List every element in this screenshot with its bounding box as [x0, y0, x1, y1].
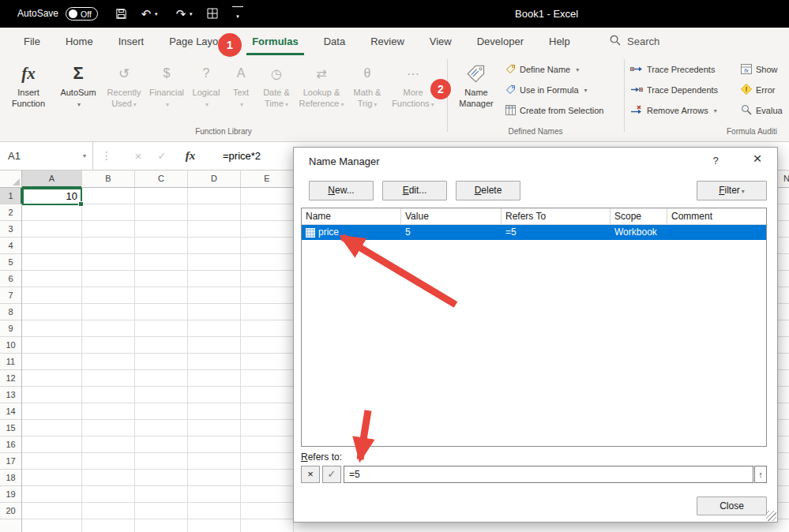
collapse-dialog-up-arrow-button[interactable]: ↑: [754, 466, 767, 483]
undo-chevron-icon[interactable]: ▾: [155, 11, 158, 17]
remove-arrows-button[interactable]: Remove Arrows▾: [630, 103, 717, 118]
row-header-10[interactable]: 10: [0, 337, 21, 354]
refers-to-input[interactable]: =5: [344, 466, 753, 483]
define-name-button[interactable]: Define Name▾: [505, 62, 579, 77]
borders-grid-icon[interactable]: [207, 8, 218, 22]
tab-review[interactable]: Review: [358, 28, 417, 55]
autosum-button[interactable]: Σ AutoSum ▾: [55, 60, 101, 129]
row-header-14[interactable]: 14: [0, 403, 21, 420]
col-header-scope[interactable]: Scope: [611, 208, 667, 224]
refers-cancel-button[interactable]: ×: [301, 466, 320, 483]
enter-check-icon[interactable]: ✓: [152, 142, 172, 170]
column-header-E[interactable]: E: [241, 170, 294, 187]
new-button[interactable]: New...: [309, 181, 374, 200]
tab-view[interactable]: View: [417, 28, 464, 55]
col-header-name[interactable]: Name: [302, 208, 401, 224]
redo-chevron-icon[interactable]: ▾: [190, 11, 193, 17]
tab-developer[interactable]: Developer: [464, 28, 536, 55]
close-button[interactable]: Close: [697, 496, 767, 515]
magnifier-icon: [741, 104, 752, 117]
row-header-16[interactable]: 16: [0, 436, 21, 453]
row-header-13[interactable]: 13: [0, 387, 21, 403]
undo-button[interactable]: ↶: [139, 0, 153, 28]
formula-bar-handle-icon[interactable]: ⋮: [96, 142, 117, 170]
tab-file[interactable]: File: [11, 28, 53, 55]
insert-function-button[interactable]: fx Insert Function: [6, 60, 51, 129]
trace-dependents-button[interactable]: Trace Dependents: [630, 82, 718, 98]
search-box[interactable]: Search: [610, 28, 659, 55]
row-header-2[interactable]: 2: [0, 204, 21, 221]
name-manager-button[interactable]: Name Manager: [453, 60, 499, 129]
use-in-formula-button[interactable]: Use in Formula▾: [505, 82, 588, 98]
qat-customize-button[interactable]: ▾: [232, 6, 243, 21]
redo-button[interactable]: ↷: [174, 0, 188, 28]
row-header-11[interactable]: 11: [0, 354, 21, 370]
row-header-15[interactable]: 15: [0, 420, 21, 436]
cancel-icon[interactable]: ×: [128, 142, 148, 170]
col-header-value[interactable]: Value: [401, 208, 502, 224]
insert-function-fx-icon[interactable]: fx: [180, 142, 201, 170]
dialog-resize-grip[interactable]: [766, 511, 776, 521]
text-button[interactable]: A Text ▾: [226, 60, 256, 129]
row-header-19[interactable]: 19: [0, 486, 21, 503]
name-row-price[interactable]: price 5 =5 Workbook: [302, 225, 766, 240]
financial-button[interactable]: $ Financial ▾: [147, 60, 186, 129]
search-icon: [610, 35, 621, 48]
math-trig-button[interactable]: θ Math & Trig▾: [348, 60, 387, 129]
cell-a1-selected[interactable]: 10: [22, 188, 82, 205]
row-header-1[interactable]: 1: [0, 188, 21, 204]
filter-button[interactable]: Filter▾: [697, 181, 767, 200]
remove-arrows-icon: [630, 105, 643, 117]
edit-button[interactable]: Edit...: [382, 181, 447, 200]
row-header-18[interactable]: 18: [0, 470, 21, 486]
column-header-B[interactable]: B: [82, 170, 135, 187]
column-header-N[interactable]: N: [778, 170, 789, 187]
row-header-17[interactable]: 17: [0, 453, 21, 470]
formula-input[interactable]: =price*2: [223, 142, 261, 170]
date-time-button[interactable]: ◷ Date & Time▾: [257, 60, 295, 129]
row-header-6[interactable]: 6: [0, 271, 21, 287]
col-header-comment[interactable]: Comment: [667, 208, 766, 224]
refers-enter-button[interactable]: ✓: [322, 466, 341, 483]
defined-names-group-label: Defined Names: [447, 127, 624, 136]
row-header-8[interactable]: 8: [0, 304, 21, 320]
more-functions-button[interactable]: ⋯ More Functions▾: [389, 60, 438, 129]
tab-home[interactable]: Home: [53, 28, 106, 55]
tab-formulas[interactable]: Formulas: [239, 28, 311, 55]
trace-precedents-button[interactable]: Trace Precedents: [630, 62, 715, 77]
chevron-down-icon: ▾: [714, 107, 717, 114]
row-header-5[interactable]: 5: [0, 254, 21, 271]
row-header-7[interactable]: 7: [0, 287, 21, 304]
row-header-9[interactable]: 9: [0, 320, 21, 337]
tab-insert[interactable]: Insert: [106, 28, 157, 55]
dialog-close-x-button[interactable]: ×: [746, 150, 769, 167]
autosave-toggle[interactable]: Off: [66, 7, 98, 21]
scope-cell: Workbook: [611, 225, 667, 240]
column-header-C[interactable]: C: [135, 170, 188, 187]
recently-used-button[interactable]: ↺ Recently Used▾: [103, 60, 145, 129]
ribbon-tab-row: File Home Insert Page Layout Formulas Da…: [0, 28, 789, 55]
error-checking-button[interactable]: ! Error: [741, 82, 775, 98]
logical-button[interactable]: ? Logical ▾: [188, 60, 224, 129]
column-header-A[interactable]: A: [22, 170, 82, 187]
dialog-help-button[interactable]: ?: [708, 155, 723, 167]
select-all-corner[interactable]: [0, 170, 22, 188]
tab-data[interactable]: Data: [311, 28, 358, 55]
create-from-selection-button[interactable]: Create from Selection: [505, 103, 603, 118]
show-formulas-button[interactable]: fx Show: [741, 62, 778, 77]
tab-help[interactable]: Help: [536, 28, 583, 55]
name-box[interactable]: A1 ▾: [0, 142, 93, 170]
column-header-D[interactable]: D: [188, 170, 241, 187]
names-list[interactable]: Name Value Refers To Scope Comment price…: [301, 208, 767, 447]
delete-button[interactable]: Delete: [456, 181, 520, 200]
save-icon[interactable]: [115, 8, 127, 23]
row-header-20[interactable]: 20: [0, 503, 21, 519]
row-header-12[interactable]: 12: [0, 370, 21, 387]
row-header-3[interactable]: 3: [0, 221, 21, 238]
lookup-reference-button[interactable]: ⇄ Lookup & Reference▾: [297, 60, 346, 129]
col-header-refers-to[interactable]: Refers To: [502, 208, 611, 224]
window-title: Book1 - Excel: [515, 0, 578, 28]
search-label: Search: [627, 36, 659, 47]
row-header-4[interactable]: 4: [0, 238, 21, 254]
evaluate-formula-button[interactable]: Evalua: [741, 103, 783, 118]
